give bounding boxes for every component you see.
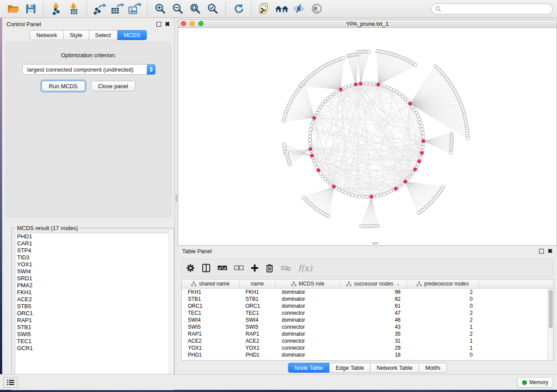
divider-handle[interactable] (176, 195, 177, 202)
deselect-all-rows-button[interactable] (234, 265, 244, 271)
cell-mcds_role[interactable]: dominator (276, 303, 340, 309)
refresh-button[interactable] (231, 2, 246, 16)
cell-name[interactable]: PHD1 (239, 351, 276, 358)
table-row[interactable]: TEC1TEC1connector472 (182, 309, 553, 316)
cell-predecessor_nodes[interactable]: 2 (407, 330, 479, 337)
column-header-predecessor-nodes[interactable]: predecessor nodes (407, 279, 479, 288)
cell-successor_nodes[interactable]: 96 (340, 289, 407, 296)
cell-shared_name[interactable]: PHD1 (182, 351, 239, 358)
run-mcds-button[interactable]: Run MCDS (42, 81, 85, 91)
mcds-result-item[interactable]: RAP1 (15, 317, 171, 324)
mcds-result-item[interactable]: ACE2 (15, 296, 171, 303)
cell-mcds_role[interactable]: connector (276, 344, 340, 351)
cell-shared_name[interactable]: SWI5 (182, 323, 239, 330)
network-canvas[interactable] (178, 28, 557, 246)
cell-shared_name[interactable]: ORC1 (182, 303, 239, 309)
mcds-result-item[interactable]: GCR1 (15, 345, 171, 352)
open-file-button[interactable] (6, 2, 21, 16)
table-row[interactable]: RAP1RAP1dominator352 (182, 330, 553, 337)
mcds-result-item[interactable]: PHD1 (15, 233, 171, 240)
cell-mcds_role[interactable]: connector (276, 337, 340, 344)
cell-mcds_role[interactable]: dominator (276, 316, 340, 323)
export-image-button[interactable] (127, 2, 142, 16)
cell-shared_name[interactable]: FKH1 (182, 289, 239, 296)
delete-column-button[interactable] (266, 264, 273, 272)
cell-mcds_role[interactable]: dominator (276, 289, 340, 296)
table-row[interactable]: YOX1YOX1connector291 (182, 344, 553, 351)
zoom-in-button[interactable] (153, 2, 168, 16)
cell-name[interactable]: ACE2 (239, 337, 276, 344)
table-row[interactable]: STB1STB1dominator620 (182, 296, 553, 303)
mcds-result-item[interactable]: CAR1 (15, 240, 171, 247)
import-table-button[interactable] (66, 2, 81, 16)
close-panel-icon[interactable]: ✖ (165, 22, 170, 27)
cell-successor_nodes[interactable]: 35 (340, 330, 407, 337)
tab-motifs[interactable]: Motifs (419, 363, 447, 373)
close-table-panel-icon[interactable]: ✖ (547, 249, 553, 254)
cell-predecessor_nodes[interactable]: 2 (407, 316, 479, 323)
network-graph[interactable] (178, 28, 557, 245)
column-header-successor-nodes[interactable]: successor nodes⌄ (340, 279, 407, 288)
mcds-result-item[interactable]: SRD1 (15, 275, 171, 282)
mcds-result-item[interactable]: SWI4 (15, 268, 171, 275)
cell-name[interactable]: TEC1 (239, 309, 276, 316)
hide-selected-button[interactable] (292, 2, 307, 16)
mcds-result-item[interactable]: STB1 (15, 324, 171, 331)
cell-predecessor_nodes[interactable]: 2 (407, 309, 479, 316)
cell-shared_name[interactable]: RAP1 (182, 330, 239, 337)
cell-name[interactable]: RAP1 (239, 330, 276, 337)
table-row[interactable]: PHD1PHD1dominator180 (182, 351, 553, 358)
cell-shared_name[interactable]: TEC1 (182, 309, 239, 316)
cell-predecessor_nodes[interactable]: 1 (407, 323, 479, 330)
network-window-titlebar[interactable]: YPA_prune.txt_1 (178, 19, 557, 28)
table-scrollbar[interactable] (547, 289, 553, 361)
save-session-button[interactable] (23, 2, 38, 16)
cell-name[interactable]: SWI5 (239, 323, 276, 330)
cell-successor_nodes[interactable]: 62 (340, 296, 407, 303)
cell-predecessor_nodes[interactable]: 1 (407, 344, 479, 351)
mcds-result-list[interactable]: PHD1CAR1STP4TID3YOX1SWI4SRD1PMA2FKH1ACE2… (15, 233, 171, 387)
cell-successor_nodes[interactable]: 31 (340, 337, 407, 344)
column-header-MCDS-role[interactable]: MCDS role (276, 279, 340, 288)
optimization-criterion-dropdown[interactable]: largest connected component (undirected) (22, 64, 156, 75)
mcds-result-item[interactable]: SWI5 (15, 331, 171, 338)
tab-style[interactable]: Style (64, 30, 89, 40)
import-network-button[interactable] (49, 2, 64, 16)
float-table-panel-icon[interactable] (539, 249, 544, 254)
cell-name[interactable]: STB1 (239, 296, 276, 303)
close-panel-button[interactable]: Close panel (91, 81, 136, 91)
memory-button[interactable]: Memory (517, 377, 553, 388)
cell-successor_nodes[interactable]: 47 (340, 309, 407, 316)
show-panel-list-button[interactable] (3, 377, 17, 388)
tab-node-table[interactable]: Node Table (288, 363, 330, 373)
mcds-list-scrollbar[interactable] (169, 229, 173, 382)
cell-successor_nodes[interactable]: 43 (340, 323, 407, 330)
canvas-hscroll-thumb[interactable] (372, 242, 378, 244)
cell-shared_name[interactable]: YOX1 (182, 344, 239, 351)
search-input[interactable] (441, 6, 549, 12)
export-table-button[interactable] (110, 2, 125, 16)
cell-name[interactable]: SWI4 (239, 316, 276, 323)
cell-successor_nodes[interactable]: 18 (340, 351, 407, 358)
cell-successor_nodes[interactable]: 61 (340, 303, 407, 309)
export-network-button[interactable] (92, 2, 107, 16)
cell-mcds_role[interactable]: connector (276, 323, 340, 330)
cell-mcds_role[interactable]: dominator (276, 296, 340, 303)
show-columns-button[interactable] (202, 264, 211, 272)
cell-successor_nodes[interactable]: 46 (340, 316, 407, 323)
cell-predecessor_nodes[interactable]: 0 (407, 296, 479, 303)
table-settings-button[interactable] (186, 264, 195, 272)
mcds-result-item[interactable]: TID3 (15, 254, 171, 261)
tab-network[interactable]: Network (30, 30, 64, 40)
show-all-button[interactable] (309, 2, 324, 16)
table-row[interactable]: ACE2ACE2connector311 (182, 337, 553, 344)
mcds-result-item[interactable]: YOX1 (15, 261, 171, 268)
zoom-fit-button[interactable] (188, 2, 203, 16)
add-column-button[interactable] (251, 264, 259, 272)
tab-select[interactable]: Select (89, 30, 118, 40)
cell-name[interactable]: ORC1 (239, 303, 276, 309)
cell-mcds_role[interactable]: dominator (276, 351, 340, 358)
column-header-name[interactable]: name (239, 279, 276, 288)
select-all-rows-button[interactable] (218, 265, 227, 271)
cell-mcds_role[interactable]: connector (276, 309, 340, 316)
